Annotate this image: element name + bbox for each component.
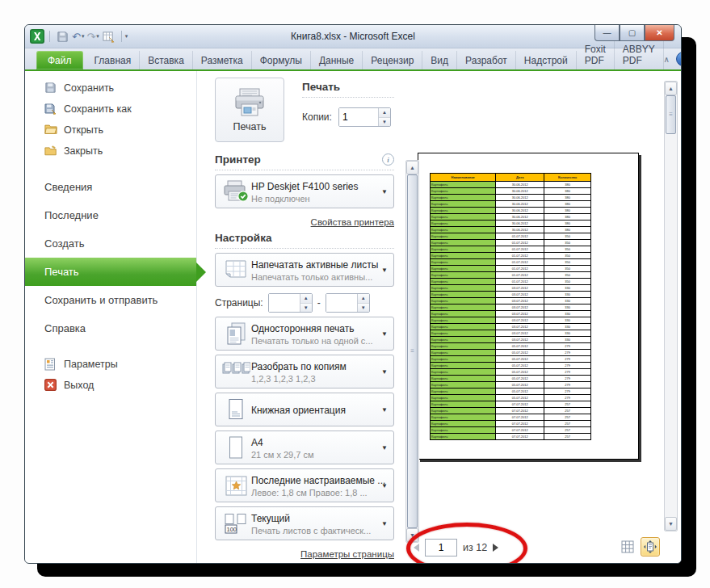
table-header-cell: Дата [496, 174, 544, 182]
window-controls: — ▢ ✕ [594, 25, 681, 41]
settings-section-title: Настройка [215, 232, 394, 249]
date-cell: 03.07.2012 [496, 298, 544, 304]
tab-вставка[interactable]: Вставка [140, 51, 193, 69]
table-row: Картофель03.07.2012330 [431, 298, 591, 304]
sidebar-item-сведения[interactable]: Сведения [25, 173, 196, 201]
undo-dropdown-icon[interactable]: ▾ [82, 33, 85, 40]
copies-down-icon[interactable]: ▼ [379, 118, 390, 127]
setting-dropdown-5[interactable]: Последние настраиваемые ...Левое: 1,8 см… [215, 468, 394, 502]
dropdown-main-label: Разобрать по копиям [251, 361, 347, 372]
zoom-to-page-button[interactable] [641, 537, 660, 556]
qty-cell: 330 [544, 298, 591, 304]
redo-dropdown-icon[interactable]: ▾ [96, 33, 99, 40]
pages-from-up-icon[interactable]: ▲ [300, 294, 312, 304]
table-row: Картофель01.07.2012350 [431, 266, 591, 272]
preview-tools [618, 537, 660, 556]
show-margins-button[interactable] [618, 537, 637, 556]
scroll-track[interactable] [665, 134, 677, 517]
sidebar-item-выход[interactable]: Выход [25, 375, 196, 396]
sidebar-item-параметры[interactable]: Параметры [25, 354, 196, 375]
tab-abbyy-pdf[interactable]: ABBYY PDF [615, 40, 664, 69]
sidebar-item-label: Закрыть [64, 145, 103, 157]
help-icon[interactable]: ? [676, 52, 682, 66]
qty-cell: 350 [544, 272, 591, 279]
save-as-icon [44, 103, 57, 116]
scroll-up-icon[interactable]: ▲ [406, 161, 418, 174]
sidebar-item-закрыть[interactable]: Закрыть [25, 141, 196, 162]
qty-cell: 350 [544, 253, 591, 259]
sidebar-item-справка[interactable]: Справка [25, 314, 196, 342]
tab-foxit-pdf[interactable]: Foxit PDF [577, 40, 615, 69]
pages-from-input[interactable] [269, 294, 300, 312]
close-button[interactable]: ✕ [645, 25, 674, 41]
current-page-input[interactable] [425, 539, 457, 556]
tab-формулы[interactable]: Формулы [252, 51, 311, 69]
settings-scrollbar[interactable]: ▲ ▼ [405, 160, 419, 543]
name-cell: Картофель [431, 311, 496, 317]
copies-up-icon[interactable]: ▲ [379, 108, 390, 118]
tab-разработ[interactable]: Разработ [457, 51, 516, 69]
sidebar-item-создать[interactable]: Создать [25, 229, 196, 258]
previous-page-button[interactable] [414, 544, 419, 552]
name-cell: Картофель [431, 414, 496, 421]
pages-separator: - [317, 297, 321, 309]
ribbon-tab-row: ФайлГлавнаяВставкаРазметкаФормулыДанныеР… [25, 48, 681, 69]
printer-properties-link[interactable]: Свойства принтера [311, 217, 394, 227]
tab-главная[interactable]: Главная [86, 51, 141, 69]
copies-input[interactable] [339, 108, 378, 126]
date-cell: 07.07.2012 [496, 427, 544, 434]
sidebar-item-сохранить-как[interactable]: Сохранить как [25, 99, 196, 120]
printer-select[interactable]: HP Deskjet F4100 series Не подключен ▼ [215, 174, 394, 208]
name-cell: Картофель [431, 434, 496, 440]
tab-разметка[interactable]: Разметка [193, 51, 252, 69]
scroll-up-icon[interactable]: ▲ [665, 82, 677, 95]
page-setup-link[interactable]: Параметры страницы [300, 549, 394, 559]
qat-customize-icon[interactable]: ▾ [125, 33, 128, 40]
setting-dropdown-3[interactable]: Книжная ориентация▼ [215, 393, 394, 426]
info-icon[interactable]: i [382, 153, 394, 166]
paper-size-icon [221, 435, 251, 460]
table-row: Картофель07.07.2012257 [431, 434, 591, 440]
chevron-down-icon: ▼ [379, 330, 390, 338]
tab-вид[interactable]: Вид [422, 51, 457, 69]
tab-рецензир[interactable]: Рецензир [363, 51, 422, 69]
setting-dropdown-6[interactable]: 100ТекущийПечать листов с фактическ...▼ [215, 506, 394, 540]
date-cell: 30.06.2012 [496, 208, 544, 214]
name-cell: Картофель [431, 227, 496, 233]
combo-slot-rest: Односторонняя печатьПечатать только на о… [215, 317, 394, 540]
minimize-button[interactable]: — [594, 25, 620, 41]
setting-dropdown-4[interactable]: А421 см x 29,7 см▼ [215, 430, 394, 464]
sidebar-item-сохранить[interactable]: Сохранить [25, 78, 196, 99]
tab-данные[interactable]: Данные [311, 51, 363, 69]
print-button[interactable]: Печать [215, 78, 284, 142]
name-cell: Картофель [431, 240, 496, 246]
sidebar-item-открыть[interactable]: Открыть [25, 120, 196, 141]
setting-dropdown-0[interactable]: Напечатать активные листыНапечатать толь… [215, 253, 394, 287]
next-page-button[interactable] [493, 544, 498, 552]
maximize-button[interactable]: ▢ [620, 25, 645, 41]
qty-cell: 350 [544, 266, 591, 272]
scroll-down-icon[interactable]: ▼ [406, 528, 418, 542]
pages-to-stepper: ▲▼ [326, 293, 370, 313]
minimize-ribbon-icon[interactable]: ∧ [664, 55, 670, 64]
pages-to-down-icon[interactable]: ▼ [358, 304, 369, 313]
settings-scrollbar-thumb[interactable] [407, 174, 418, 528]
tab-надстрой[interactable]: Надстрой [516, 51, 577, 69]
options-icon [44, 358, 57, 371]
pages-to-input[interactable] [326, 294, 357, 312]
name-cell: Картофель [431, 195, 496, 201]
pages-from-down-icon[interactable]: ▼ [300, 304, 312, 313]
preview-scrollbar[interactable]: ▲ ▼ [664, 81, 678, 531]
scroll-down-icon[interactable]: ▼ [665, 517, 677, 531]
setting-dropdown-2[interactable]: Разобрать по копиям1,2,3 1,2,3 1,2,3▼ [215, 355, 394, 388]
sidebar-item-сохранить-и-отправить[interactable]: Сохранить и отправить [25, 286, 196, 314]
preview-scrollbar-thumb[interactable] [666, 95, 676, 134]
sidebar-item-печать[interactable]: Печать [25, 258, 196, 286]
table-row: Картофель03.07.2012330 [431, 330, 591, 337]
date-cell: 01.07.2012 [496, 233, 544, 240]
setting-dropdown-1[interactable]: Односторонняя печатьПечатать только на о… [215, 317, 394, 351]
table-row: Картофель07.07.2012257 [431, 408, 591, 414]
sidebar-item-последние[interactable]: Последние [25, 201, 196, 229]
pages-to-up-icon[interactable]: ▲ [358, 294, 369, 304]
tab-file[interactable]: Файл [36, 51, 83, 69]
